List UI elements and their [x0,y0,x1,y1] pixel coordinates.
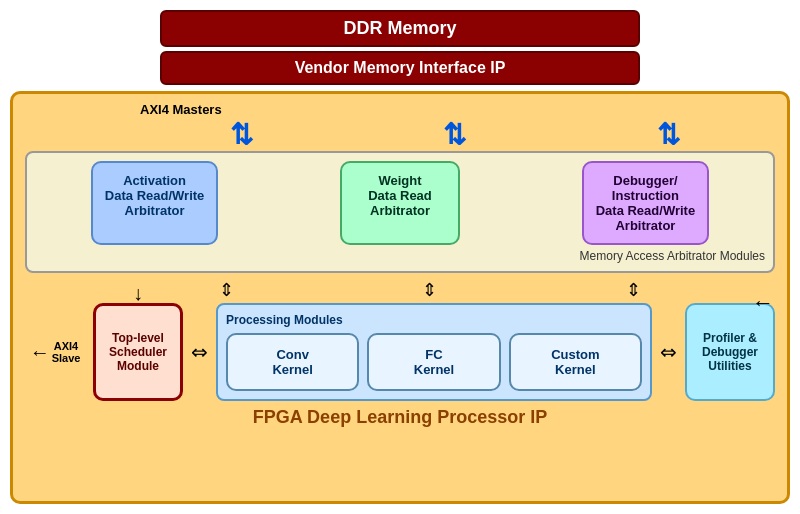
weight-arbitrator: WeightData ReadArbitrator [340,161,460,245]
processing-box: Processing Modules ConvKernel FCKernel C… [216,303,652,401]
axi4-arrow-3: ⇅ [657,121,680,149]
scheduler-down-arrow: ↓ [133,282,143,305]
scheduler-processing-arrow: ⇔ [191,340,208,364]
debugger-arbitrator: Debugger/InstructionData Read/WriteArbit… [582,161,709,245]
axi4-arrow-1: ⇅ [230,121,253,149]
vendor-memory: Vendor Memory Interface IP [160,51,640,85]
ddr-label: DDR Memory [343,18,456,38]
scheduler-label: Top-levelSchedulerModule [109,331,167,373]
weight-label: WeightData ReadArbitrator [368,173,432,218]
profiler-label: Profiler &DebuggerUtilities [702,331,758,373]
ddr-memory: DDR Memory [160,10,640,47]
fpga-label: FPGA Deep Learning Processor IP [25,407,775,428]
scheduler-box: Top-levelSchedulerModule ↓ [93,303,183,401]
fc-label: FCKernel [414,347,454,377]
activation-arbitrator: ActivationData Read/WriteArbitrator [91,161,218,245]
conv-kernel: ConvKernel [226,333,359,391]
processing-profiler-arrow: ⇔ [660,340,677,364]
down-arrow-debugger: ⇕ [532,279,735,301]
fpga-container: AXI4 Masters ⇅ ⇅ ⇅ ActivationData Read/W… [10,91,790,504]
processing-label: Processing Modules [226,313,642,327]
down-arrow-activation: ⇕ [125,279,328,301]
debugger-label: Debugger/InstructionData Read/WriteArbit… [596,173,695,233]
right-side-arrow: ← [752,290,774,316]
axi4-masters-label: AXI4 Masters [140,102,222,117]
left-arrow-icon: ← [30,341,50,364]
axi4-slave-label: AXI4Slave [52,340,81,364]
activation-label: ActivationData Read/WriteArbitrator [105,173,204,218]
memory-arbitrator-box: ActivationData Read/WriteArbitrator Weig… [25,151,775,273]
custom-kernel: CustomKernel [509,333,642,391]
down-arrow-weight: ⇕ [328,279,531,301]
axi4-arrow-2: ⇅ [443,121,466,149]
fc-kernel: FCKernel [367,333,500,391]
memory-arbitrator-label: Memory Access Arbitrator Modules [580,249,765,263]
conv-label: ConvKernel [272,347,312,377]
vendor-label: Vendor Memory Interface IP [295,59,506,76]
custom-label: CustomKernel [551,347,599,377]
